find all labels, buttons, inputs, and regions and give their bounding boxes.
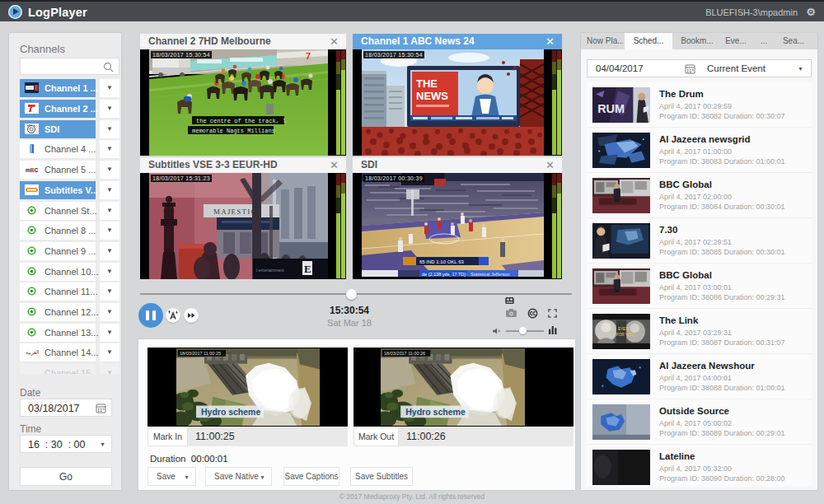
svg-text:mBC: mBC xyxy=(26,167,38,173)
svg-text:NEWS: NEWS xyxy=(416,90,448,102)
svg-text:E: E xyxy=(304,263,311,275)
svg-text:RUM: RUM xyxy=(597,102,625,115)
svg-text:العربية: العربية xyxy=(26,350,39,356)
svg-text:65 IND 1:10 OKL 63: 65 IND 1:10 OKL 63 xyxy=(419,259,464,264)
svg-text:Statistical Jefferson: Statistical Jefferson xyxy=(471,272,510,277)
svg-text:7: 7 xyxy=(306,51,311,61)
svg-text:FOR YOU: FOR YOU xyxy=(616,333,634,337)
svg-text:18/03/2017 11:00:26: 18/03/2017 11:00:26 xyxy=(384,351,425,356)
svg-text:EYES: EYES xyxy=(618,327,628,331)
svg-text:t entertainment: t entertainment xyxy=(256,268,284,273)
svg-text:the centre of the track, l: the centre of the track, l xyxy=(196,118,286,124)
svg-text:18/03/2017 11:00:25: 18/03/2017 11:00:25 xyxy=(180,351,221,356)
svg-text:THE: THE xyxy=(416,77,438,90)
svg-text:MAJESTIC: MAJESTIC xyxy=(213,208,257,216)
svg-text:memorable Nagts Millians: memorable Nagts Millians xyxy=(192,128,275,134)
svg-text:Hydro scheme: Hydro scheme xyxy=(405,408,466,417)
svg-text:Hydro scheme: Hydro scheme xyxy=(201,408,260,417)
